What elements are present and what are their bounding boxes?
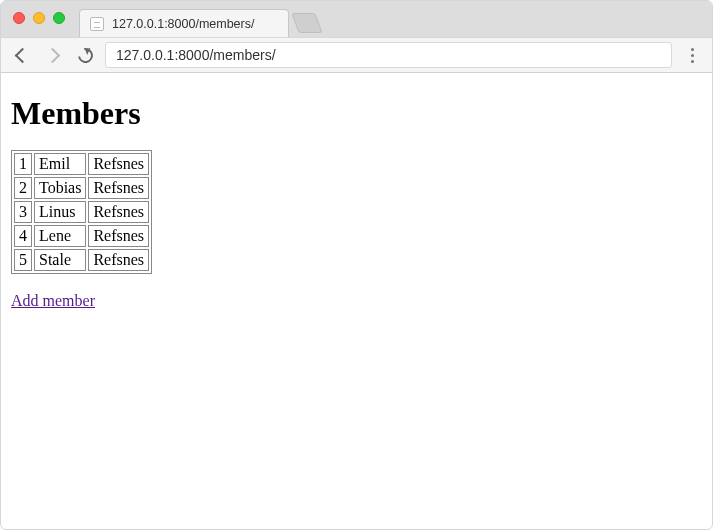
reload-icon — [75, 45, 96, 66]
table-cell-last: Refsnes — [88, 153, 149, 175]
tab-strip: 127.0.0.1:8000/members/ — [1, 1, 712, 37]
table-cell-last: Refsnes — [88, 249, 149, 271]
table-cell-id: 5 — [14, 249, 32, 271]
browser-tab[interactable]: 127.0.0.1:8000/members/ — [79, 9, 289, 37]
page-favicon-icon — [90, 17, 104, 31]
table-cell-first: Stale — [34, 249, 86, 271]
add-member-link[interactable]: Add member — [11, 292, 95, 310]
page-title: Members — [11, 95, 702, 132]
url-text: 127.0.0.1:8000/members/ — [116, 47, 276, 63]
table-row: 4LeneRefsnes — [14, 225, 149, 247]
browser-menu-button[interactable] — [680, 48, 704, 63]
table-cell-first: Linus — [34, 201, 86, 223]
browser-toolbar: 127.0.0.1:8000/members/ — [1, 37, 712, 73]
reload-button[interactable] — [73, 43, 97, 67]
dot-icon — [691, 54, 694, 57]
dot-icon — [691, 60, 694, 63]
table-cell-last: Refsnes — [88, 177, 149, 199]
members-table: 1EmilRefsnes2TobiasRefsnes3LinusRefsnes4… — [11, 150, 152, 274]
table-row: 5StaleRefsnes — [14, 249, 149, 271]
page-content: Members 1EmilRefsnes2TobiasRefsnes3Linus… — [1, 73, 712, 318]
table-cell-id: 1 — [14, 153, 32, 175]
table-cell-last: Refsnes — [88, 201, 149, 223]
minimize-window-icon[interactable] — [33, 12, 45, 24]
table-cell-id: 2 — [14, 177, 32, 199]
window-controls — [13, 12, 65, 24]
address-bar[interactable]: 127.0.0.1:8000/members/ — [105, 42, 672, 68]
close-window-icon[interactable] — [13, 12, 25, 24]
table-cell-id: 3 — [14, 201, 32, 223]
table-cell-first: Emil — [34, 153, 86, 175]
table-row: 3LinusRefsnes — [14, 201, 149, 223]
new-tab-button[interactable] — [291, 13, 322, 33]
forward-button[interactable] — [41, 43, 65, 67]
table-cell-id: 4 — [14, 225, 32, 247]
table-cell-last: Refsnes — [88, 225, 149, 247]
back-button[interactable] — [9, 43, 33, 67]
table-cell-first: Tobias — [34, 177, 86, 199]
maximize-window-icon[interactable] — [53, 12, 65, 24]
arrow-right-icon — [47, 50, 60, 61]
table-row: 2TobiasRefsnes — [14, 177, 149, 199]
table-row: 1EmilRefsnes — [14, 153, 149, 175]
tab-title: 127.0.0.1:8000/members/ — [112, 17, 254, 31]
dot-icon — [691, 48, 694, 51]
arrow-left-icon — [15, 50, 28, 61]
table-cell-first: Lene — [34, 225, 86, 247]
